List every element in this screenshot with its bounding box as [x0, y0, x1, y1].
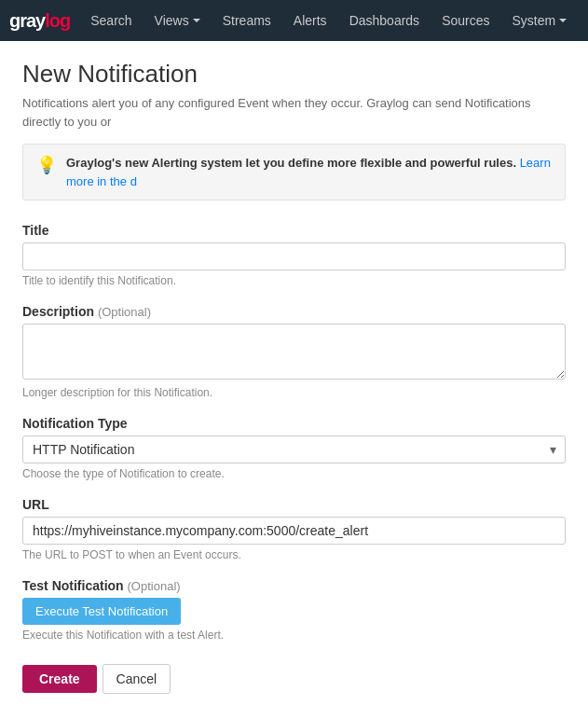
- title-input[interactable]: [22, 242, 566, 270]
- info-bold: Graylog's new Alerting system let you de…: [66, 156, 516, 170]
- url-hint: The URL to POST to when an Event occurs.: [22, 548, 566, 561]
- title-label: Title: [22, 223, 566, 238]
- page-title: New Notification: [22, 60, 566, 89]
- description-input[interactable]: [22, 324, 566, 380]
- info-banner: 💡 Graylog's new Alerting system let you …: [22, 144, 566, 200]
- form-actions: Create Cancel: [22, 664, 566, 694]
- nav-dashboards[interactable]: Dashboards: [338, 0, 431, 41]
- description-optional: (Optional): [98, 305, 151, 319]
- notification-type-select-wrapper: HTTP Notification: [22, 436, 566, 463]
- url-label: URL: [22, 497, 566, 512]
- notification-type-label: Notification Type: [22, 416, 566, 431]
- description-hint: Longer description for this Notification…: [22, 386, 566, 399]
- notification-type-hint: Choose the type of Notification to creat…: [22, 467, 566, 480]
- notification-type-select[interactable]: HTTP Notification: [22, 436, 566, 463]
- url-group: URL The URL to POST to when an Event occ…: [22, 497, 566, 561]
- nav-views[interactable]: Views: [144, 0, 212, 41]
- test-hint: Execute this Notification with a test Al…: [22, 629, 566, 642]
- description-label: Description (Optional): [22, 304, 566, 319]
- nav-search[interactable]: Search: [79, 0, 143, 41]
- test-optional: (Optional): [128, 579, 181, 593]
- test-notification-group: Test Notification (Optional) Execute Tes…: [22, 578, 566, 642]
- title-group: Title Title to identify this Notificatio…: [22, 223, 566, 287]
- notification-type-group: Notification Type HTTP Notification Choo…: [22, 416, 566, 480]
- logo: graylog: [9, 10, 70, 32]
- test-notification-label: Test Notification (Optional): [22, 578, 566, 593]
- nav-alerts[interactable]: Alerts: [282, 0, 338, 41]
- page-subtitle: Notifications alert you of any configure…: [22, 94, 566, 131]
- cancel-button[interactable]: Cancel: [103, 664, 171, 694]
- nav-streams[interactable]: Streams: [212, 0, 282, 41]
- logo-log: log: [45, 10, 70, 32]
- nav-system[interactable]: System: [500, 0, 578, 41]
- system-caret: [559, 19, 567, 22]
- info-text: Graylog's new Alerting system let you de…: [66, 154, 552, 190]
- url-input[interactable]: [22, 517, 566, 545]
- create-button[interactable]: Create: [22, 665, 97, 693]
- navbar: graylog Search Views Streams Alerts Dash…: [0, 0, 588, 41]
- title-hint: Title to identify this Notification.: [22, 274, 566, 287]
- description-group: Description (Optional) Longer descriptio…: [22, 304, 566, 399]
- execute-test-button[interactable]: Execute Test Notification: [22, 598, 181, 625]
- nav-sources[interactable]: Sources: [431, 0, 500, 41]
- logo-gray: gray: [9, 10, 45, 32]
- views-caret: [193, 19, 200, 22]
- page-content: New Notification Notifications alert you…: [0, 41, 588, 719]
- lightbulb-icon: 💡: [36, 155, 57, 175]
